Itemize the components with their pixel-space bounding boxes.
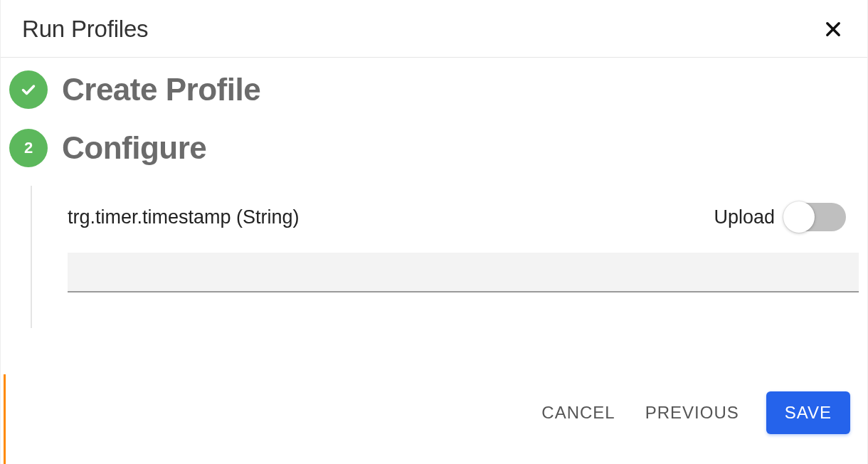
run-profiles-modal: Run Profiles Create Profile 2 Configure … — [0, 0, 868, 464]
check-icon — [20, 81, 37, 98]
step-create-profile: Create Profile — [9, 70, 859, 109]
modal-title: Run Profiles — [22, 16, 148, 43]
field-row-timestamp: trg.timer.timestamp (String) Upload — [68, 203, 859, 231]
field-label-timestamp: trg.timer.timestamp (String) — [68, 206, 300, 228]
step-badge-complete — [9, 70, 48, 109]
modal-body: Create Profile 2 Configure trg.timer.tim… — [1, 58, 867, 374]
step-title-create: Create Profile — [62, 72, 260, 107]
modal-footer: CANCEL PREVIOUS SAVE — [4, 374, 867, 464]
previous-button[interactable]: PREVIOUS — [642, 397, 742, 428]
close-icon — [823, 19, 843, 39]
timestamp-input[interactable] — [68, 253, 859, 292]
toggle-knob — [783, 201, 815, 233]
upload-group: Upload — [714, 203, 846, 231]
upload-toggle[interactable] — [785, 203, 846, 231]
save-button[interactable]: SAVE — [766, 391, 850, 434]
cancel-button[interactable]: CANCEL — [539, 397, 618, 428]
close-button[interactable] — [820, 16, 846, 42]
modal-header: Run Profiles — [1, 0, 867, 58]
step-configure: 2 Configure — [9, 129, 859, 167]
configure-content: trg.timer.timestamp (String) Upload — [31, 186, 859, 328]
upload-label: Upload — [714, 206, 775, 228]
step-badge-2: 2 — [9, 129, 48, 167]
step-title-configure: Configure — [62, 130, 206, 166]
